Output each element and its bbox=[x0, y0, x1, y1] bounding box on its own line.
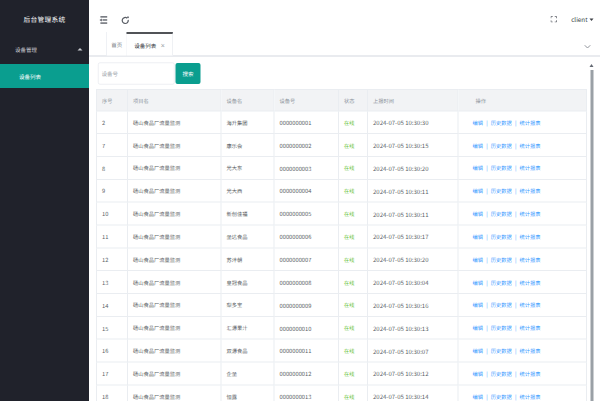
op-separator: | bbox=[514, 301, 518, 309]
edit-link[interactable]: 编辑 bbox=[473, 324, 484, 332]
refresh-icon[interactable] bbox=[121, 16, 130, 25]
search-input[interactable] bbox=[98, 62, 175, 84]
edit-link[interactable]: 编辑 bbox=[473, 164, 484, 172]
td-index: 2 bbox=[97, 111, 128, 134]
main-area: client 首页 设备列表 × 搜索 bbox=[89, 0, 600, 401]
stats-report-link[interactable]: 统计报表 bbox=[520, 187, 541, 195]
td-index: 8 bbox=[97, 156, 128, 179]
stats-report-link[interactable]: 统计报表 bbox=[520, 141, 541, 149]
history-data-link[interactable]: 历史数据 bbox=[491, 141, 512, 149]
td-number: 0000000002 bbox=[274, 134, 339, 157]
edit-link[interactable]: 编辑 bbox=[473, 255, 484, 263]
td-index: 18 bbox=[97, 385, 128, 401]
stats-report-link[interactable]: 统计报表 bbox=[520, 233, 541, 241]
td-index: 15 bbox=[97, 316, 128, 339]
table-row: 2砀山食品厂流量监测海升集团0000000001在线2024-07-05 10:… bbox=[97, 111, 587, 134]
op-separator: | bbox=[485, 141, 489, 149]
app-title: 后台管理系统 bbox=[0, 0, 89, 38]
tab-label: 首页 bbox=[111, 40, 122, 48]
stats-report-link[interactable]: 统计报表 bbox=[520, 347, 541, 355]
td-number: 0000000004 bbox=[274, 179, 339, 202]
td-number: 0000000011 bbox=[274, 339, 339, 362]
chevron-up-icon bbox=[78, 48, 83, 51]
table-row: 8砀山食品厂流量监测光大东0000000003在线2024-07-05 10:3… bbox=[97, 156, 587, 179]
td-operations: 编辑 | 历史数据 | 统计报表 bbox=[458, 339, 587, 362]
history-data-link[interactable]: 历史数据 bbox=[491, 210, 512, 218]
history-data-link[interactable]: 历史数据 bbox=[491, 370, 512, 378]
td-device: 双源食品 bbox=[221, 339, 274, 362]
edit-link[interactable]: 编辑 bbox=[473, 141, 484, 149]
stats-report-link[interactable]: 统计报表 bbox=[520, 324, 541, 332]
td-time: 2024-07-05 10:30:12 bbox=[368, 362, 459, 385]
td-device: 汇源果汁 bbox=[221, 316, 274, 339]
edit-link[interactable]: 编辑 bbox=[473, 347, 484, 355]
td-number: 0000000009 bbox=[274, 294, 339, 317]
td-status: 在线 bbox=[339, 271, 368, 294]
edit-link[interactable]: 编辑 bbox=[473, 301, 484, 309]
stats-report-link[interactable]: 统计报表 bbox=[520, 278, 541, 286]
td-project: 砀山食品厂流量监测 bbox=[128, 339, 222, 362]
td-number: 0000000012 bbox=[274, 362, 339, 385]
stats-report-link[interactable]: 统计报表 bbox=[520, 210, 541, 218]
history-data-link[interactable]: 历史数据 bbox=[491, 233, 512, 241]
col-header-project: 项目名 bbox=[128, 90, 222, 111]
history-data-link[interactable]: 历史数据 bbox=[491, 324, 512, 332]
hamburger-icon[interactable] bbox=[99, 16, 108, 25]
edit-link[interactable]: 编辑 bbox=[473, 187, 484, 195]
history-data-link[interactable]: 历史数据 bbox=[491, 301, 512, 309]
td-time: 2024-07-05 10:30:07 bbox=[368, 339, 459, 362]
td-status: 在线 bbox=[339, 339, 368, 362]
sidebar-item-device-management[interactable]: 设备管理 bbox=[0, 38, 89, 60]
edit-link[interactable]: 编辑 bbox=[473, 370, 484, 378]
edit-link[interactable]: 编辑 bbox=[473, 233, 484, 241]
chevron-down-icon[interactable] bbox=[584, 43, 592, 51]
scrollbar-thumb[interactable] bbox=[591, 70, 594, 401]
edit-link[interactable]: 编辑 bbox=[473, 210, 484, 218]
col-header-index: 序号 bbox=[97, 90, 128, 111]
td-index: 12 bbox=[97, 248, 128, 271]
fullscreen-icon[interactable] bbox=[551, 16, 558, 23]
history-data-link[interactable]: 历史数据 bbox=[491, 278, 512, 286]
td-device: 恒露 bbox=[221, 385, 274, 401]
stats-report-link[interactable]: 统计报表 bbox=[520, 301, 541, 309]
td-time: 2024-07-05 10:30:30 bbox=[368, 111, 459, 134]
scrollbar-up-arrow[interactable] bbox=[589, 64, 593, 67]
user-dropdown[interactable]: client bbox=[571, 14, 593, 24]
td-project: 砀山食品厂流量监测 bbox=[128, 134, 222, 157]
history-data-link[interactable]: 历史数据 bbox=[491, 347, 512, 355]
td-operations: 编辑 | 历史数据 | 统计报表 bbox=[458, 202, 587, 225]
td-operations: 编辑 | 历史数据 | 统计报表 bbox=[458, 111, 587, 134]
history-data-link[interactable]: 历史数据 bbox=[491, 255, 512, 263]
edit-link[interactable]: 编辑 bbox=[473, 278, 484, 286]
td-status: 在线 bbox=[339, 156, 368, 179]
history-data-link[interactable]: 历史数据 bbox=[491, 187, 512, 195]
search-button[interactable]: 搜索 bbox=[176, 63, 201, 84]
tab-home[interactable]: 首页 bbox=[107, 32, 127, 56]
history-data-link[interactable]: 历史数据 bbox=[491, 393, 512, 401]
col-header-device: 设备名 bbox=[221, 90, 274, 111]
sidebar-item-device-list[interactable]: 设备列表 bbox=[0, 64, 89, 88]
td-number: 0000000005 bbox=[274, 202, 339, 225]
history-data-link[interactable]: 历史数据 bbox=[491, 118, 512, 126]
op-separator: | bbox=[514, 324, 518, 332]
td-time: 2024-07-05 10:30:11 bbox=[368, 202, 459, 225]
td-time: 2024-07-05 10:30:04 bbox=[368, 271, 459, 294]
td-project: 砀山食品厂流量监测 bbox=[128, 385, 222, 401]
stats-report-link[interactable]: 统计报表 bbox=[520, 255, 541, 263]
history-data-link[interactable]: 历史数据 bbox=[491, 164, 512, 172]
close-icon[interactable]: × bbox=[161, 41, 165, 48]
td-operations: 编辑 | 历史数据 | 统计报表 bbox=[458, 271, 587, 294]
content-pane: 搜索 序号 项目名 设备名 设备号 状态 上报时间 操作 bbox=[89, 57, 600, 401]
td-operations: 编辑 | 历史数据 | 统计报表 bbox=[458, 385, 587, 401]
edit-link[interactable]: 编辑 bbox=[473, 118, 484, 126]
td-operations: 编辑 | 历史数据 | 统计报表 bbox=[458, 248, 587, 271]
col-header-time: 上报时间 bbox=[368, 90, 459, 111]
td-number: 0000000007 bbox=[274, 248, 339, 271]
stats-report-link[interactable]: 统计报表 bbox=[520, 164, 541, 172]
edit-link[interactable]: 编辑 bbox=[473, 393, 484, 401]
stats-report-link[interactable]: 统计报表 bbox=[520, 370, 541, 378]
td-status: 在线 bbox=[339, 134, 368, 157]
tab-device-list[interactable]: 设备列表 × bbox=[127, 32, 173, 56]
stats-report-link[interactable]: 统计报表 bbox=[520, 393, 541, 401]
stats-report-link[interactable]: 统计报表 bbox=[520, 118, 541, 126]
